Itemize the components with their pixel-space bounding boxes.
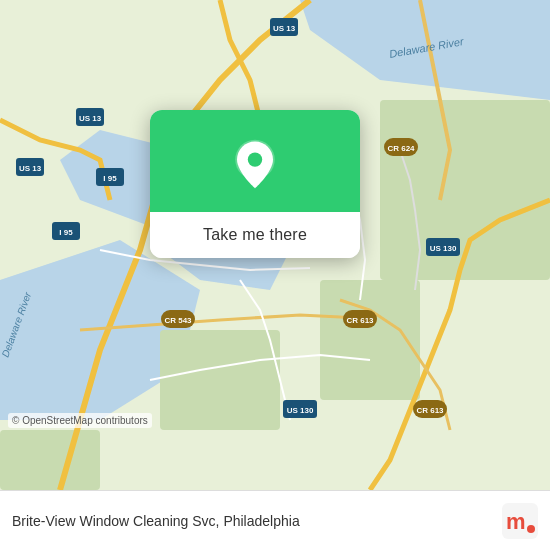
svg-point-34 xyxy=(248,152,262,166)
svg-text:CR 624: CR 624 xyxy=(387,144,415,153)
svg-text:US 13: US 13 xyxy=(79,114,102,123)
moovit-logo-icon: m xyxy=(502,503,538,539)
svg-text:US 13: US 13 xyxy=(273,24,296,33)
svg-text:CR 613: CR 613 xyxy=(416,406,444,415)
svg-point-37 xyxy=(527,525,535,533)
svg-text:CR 613: CR 613 xyxy=(346,316,374,325)
svg-text:US 13: US 13 xyxy=(19,164,42,173)
svg-rect-7 xyxy=(160,330,280,430)
svg-text:I 95: I 95 xyxy=(103,174,117,183)
business-info: Brite-View Window Cleaning Svc, Philadel… xyxy=(12,513,494,529)
svg-text:US 130: US 130 xyxy=(430,244,457,253)
location-pin-icon xyxy=(228,138,282,192)
svg-text:I 95: I 95 xyxy=(59,228,73,237)
moovit-logo: m xyxy=(502,503,538,539)
popup-green-area xyxy=(150,110,360,212)
popup-card: Take me there xyxy=(150,110,360,258)
svg-text:m: m xyxy=(506,509,526,534)
map-container: US 13 US 13 US 13 I 95 I 95 CR 624 US 13… xyxy=(0,0,550,490)
bottom-bar: Brite-View Window Cleaning Svc, Philadel… xyxy=(0,490,550,550)
svg-text:CR 543: CR 543 xyxy=(164,316,192,325)
svg-text:US 130: US 130 xyxy=(287,406,314,415)
svg-rect-8 xyxy=(0,430,100,490)
take-me-there-button[interactable]: Take me there xyxy=(150,212,360,258)
osm-credit: © OpenStreetMap contributors xyxy=(8,413,152,428)
